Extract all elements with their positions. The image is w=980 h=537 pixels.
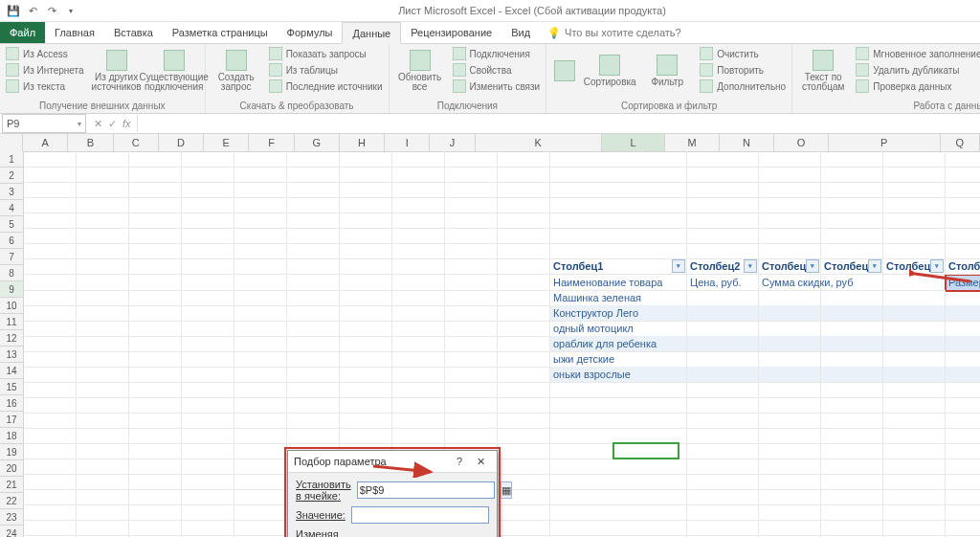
cell[interactable] [392,336,445,352]
cell[interactable] [821,151,883,168]
cell[interactable] [759,321,821,337]
cell[interactable]: Конструктор Лего [550,305,687,322]
cell[interactable] [129,474,182,490]
edit-links-button[interactable]: Изменить связи [451,78,543,94]
cell[interactable] [759,290,821,306]
cell[interactable] [182,351,234,368]
cell[interactable] [24,489,77,505]
cell[interactable] [77,489,129,505]
cell[interactable] [234,228,287,244]
cell[interactable] [946,182,980,198]
cell[interactable] [129,258,182,275]
cell[interactable] [24,520,77,536]
cell[interactable] [883,382,946,398]
cell[interactable] [687,489,759,505]
cell[interactable] [340,151,392,168]
cell[interactable] [182,382,234,398]
cell[interactable] [340,351,392,368]
cell[interactable] [24,213,77,229]
row-header[interactable]: 2 [0,168,24,184]
cell[interactable] [550,474,687,490]
cell[interactable] [946,459,980,475]
cell[interactable] [129,459,182,475]
cell[interactable] [392,151,445,168]
row-header[interactable]: 11 [0,314,24,330]
cell[interactable] [883,182,946,198]
cell[interactable]: Столбец3▾ [759,258,821,275]
col-header[interactable]: P [829,134,941,152]
flash-fill-button[interactable]: Мгновенное заполнение [854,46,980,61]
cell[interactable] [340,397,392,414]
cell[interactable] [883,275,946,291]
row-header[interactable]: 6 [0,233,24,249]
cell[interactable] [883,504,946,521]
cell[interactable] [129,182,182,198]
cell[interactable] [129,336,182,352]
cell[interactable] [498,397,550,414]
cell[interactable] [498,275,550,291]
cell[interactable] [498,197,550,213]
cell[interactable] [340,382,392,398]
cell-grid[interactable]: Столбец1▾Столбец2▾Столбец3▾Столбец4▾Стол… [24,151,980,537]
cell[interactable] [77,382,129,398]
row-header[interactable]: 24 [0,526,24,537]
cell[interactable] [550,182,687,198]
cell[interactable] [182,459,234,475]
cell[interactable] [498,459,550,475]
cell[interactable] [129,305,182,322]
cell[interactable] [234,197,287,213]
cell[interactable] [550,504,687,521]
cell[interactable] [687,367,759,383]
cell[interactable] [24,321,77,337]
cell[interactable] [550,243,687,259]
cell[interactable] [687,428,759,444]
cell[interactable] [687,382,759,398]
cell[interactable] [445,305,498,322]
cell[interactable] [550,213,687,229]
formula-input[interactable] [137,115,980,132]
cell[interactable] [687,197,759,213]
cell[interactable] [234,459,287,475]
cell[interactable] [287,305,340,322]
cell[interactable] [883,489,946,505]
cell[interactable] [946,151,980,168]
cell[interactable] [77,351,129,368]
cell[interactable] [946,290,980,306]
cell[interactable] [392,351,445,368]
cell[interactable] [883,413,946,429]
cell[interactable] [759,197,821,213]
cell[interactable] [445,167,498,183]
cell[interactable] [287,336,340,352]
cell[interactable] [445,367,498,383]
row-header[interactable]: 9 [0,281,24,298]
cell[interactable] [821,459,883,475]
cell[interactable] [182,275,234,291]
row-header[interactable]: 17 [0,412,24,428]
cell[interactable] [687,351,759,368]
filter-dropdown-icon[interactable]: ▾ [930,259,944,273]
cell[interactable] [550,489,687,505]
cell[interactable] [340,305,392,322]
row-header[interactable]: 10 [0,298,24,314]
cell[interactable] [946,397,980,414]
name-box[interactable]: P9▾ [2,114,86,133]
cell[interactable] [287,290,340,306]
cell[interactable] [821,351,883,368]
cell[interactable] [883,367,946,383]
cell[interactable] [340,258,392,275]
col-header[interactable]: J [430,134,475,152]
enter-icon[interactable]: ✓ [108,118,117,130]
cell[interactable] [392,367,445,383]
tab-file[interactable]: Файл [0,22,45,43]
cell[interactable] [445,428,498,444]
cell[interactable] [77,228,129,244]
filter-dropdown-icon[interactable]: ▾ [806,259,819,273]
cell[interactable] [821,413,883,429]
cell[interactable] [821,213,883,229]
cell[interactable] [445,336,498,352]
cell[interactable] [687,443,759,459]
sort-button[interactable]: Сортировка [583,46,636,96]
cell[interactable] [24,459,77,475]
cell[interactable] [759,228,821,244]
cell[interactable] [445,197,498,213]
